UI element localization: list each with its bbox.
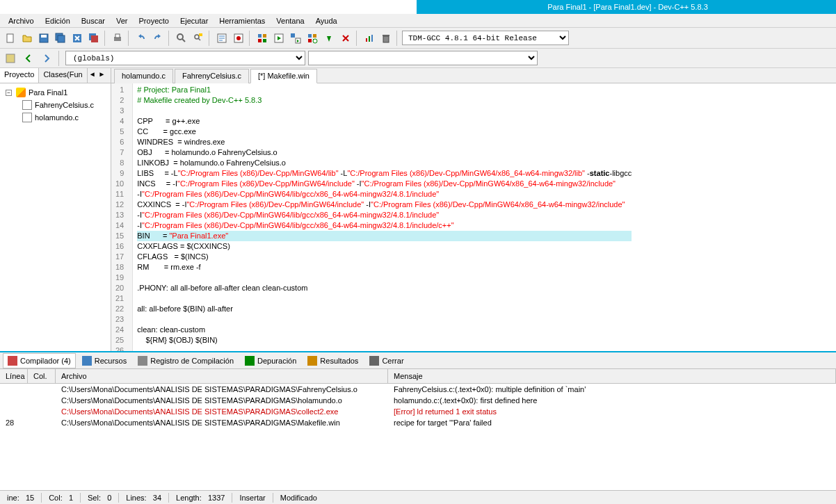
compile-button[interactable] — [255, 31, 270, 46]
sidebar-tab-clases[interactable]: Clases(Fun — [39, 68, 87, 83]
output-row[interactable]: C:\Users\Mona\Documents\ANALISIS DE SIST… — [0, 395, 836, 406]
header-line[interactable]: Línea — [0, 369, 28, 383]
bottom-tab[interactable]: Compilador (4) — [3, 353, 76, 368]
clean-button[interactable] — [378, 31, 394, 46]
status-modified: Modificado — [276, 494, 321, 502]
profile-button[interactable] — [362, 31, 377, 46]
new-file-button[interactable] — [3, 31, 18, 46]
tab-icon — [138, 356, 147, 366]
sidebar-nav-right[interactable]: ► — [97, 68, 107, 83]
redo-button[interactable] — [150, 31, 166, 46]
save-all-button[interactable] — [53, 31, 68, 46]
window-titlebar: Para Final1 - [Para Final1.dev] - Dev-C+… — [0, 0, 836, 14]
svg-point-10 — [177, 34, 183, 40]
code-content[interactable]: # Project: Para Final1# Makefile created… — [133, 83, 636, 351]
editor-tab[interactable]: [*] Makefile.win — [250, 69, 317, 83]
replace-button[interactable] — [191, 31, 206, 46]
file-label: holamundo.c — [35, 113, 79, 122]
svg-rect-21 — [291, 33, 295, 38]
editor-area: holamundo.cFahrenyCelsius.c[*] Makefile.… — [111, 68, 836, 351]
bottom-tab[interactable]: Registro de Compilación — [133, 353, 239, 368]
run-button[interactable] — [271, 31, 287, 46]
nav-forward-button[interactable] — [39, 51, 54, 66]
output-row[interactable]: C:\Users\Mona\Documents\ANALISIS DE SIST… — [0, 406, 836, 417]
members-select[interactable] — [308, 51, 538, 65]
line-gutter: 1234567891011121314151617181920212223242… — [111, 83, 133, 351]
goto-button[interactable] — [214, 31, 230, 46]
menu-ejecutar[interactable]: Ejecutar — [175, 15, 214, 26]
editor-tab[interactable]: holamundo.c — [114, 69, 173, 83]
rebuild-button[interactable] — [305, 31, 320, 46]
stop-button[interactable] — [338, 31, 353, 46]
collapse-icon[interactable]: − — [6, 90, 12, 96]
menubar: ArchivoEdiciónBuscarVerProyectoEjecutarH… — [0, 14, 836, 28]
bottom-tab[interactable]: Recursos — [77, 353, 131, 368]
bottom-tab[interactable]: Depuración — [240, 353, 301, 368]
status-insert: Insertar — [235, 494, 269, 502]
open-button[interactable] — [19, 31, 35, 46]
svg-rect-29 — [369, 36, 370, 42]
debug-button[interactable] — [321, 31, 337, 46]
statusbar: ine: 15 Col: 1 Sel: 0 Lines: 34 Length: … — [0, 490, 836, 504]
toolbar-main: TDM-GCC 4.8.1 64-bit Release — [0, 28, 836, 49]
svg-rect-0 — [7, 34, 13, 42]
menu-proyecto[interactable]: Proyecto — [134, 15, 175, 26]
svg-rect-7 — [91, 35, 98, 42]
compiler-select[interactable]: TDM-GCC 4.8.1 64-bit Release — [402, 31, 569, 45]
menu-ventana[interactable]: Ventana — [271, 15, 310, 26]
editor-tab[interactable]: FahrenyCelsius.c — [175, 69, 249, 83]
menu-herramientas[interactable]: Herramientas — [214, 15, 271, 26]
tab-icon — [245, 356, 255, 366]
sidebar-tab-proyecto[interactable]: Proyecto — [0, 68, 39, 83]
app-icon — [0, 0, 417, 14]
header-file[interactable]: Archivo — [56, 369, 388, 383]
tree-file[interactable]: FahrenyCelsius.c — [3, 99, 108, 111]
bottom-tab[interactable]: Cerrar — [364, 353, 408, 368]
menu-buscar[interactable]: Buscar — [76, 15, 111, 26]
svg-rect-33 — [6, 54, 15, 63]
svg-rect-31 — [383, 36, 389, 42]
output-header: Línea Col. Archivo Mensaje — [0, 369, 836, 384]
project-name-label: Para Final1 — [29, 88, 67, 97]
bottom-tab[interactable]: Resultados — [303, 353, 363, 368]
menu-edición[interactable]: Edición — [40, 15, 76, 26]
close-all-button[interactable] — [86, 31, 102, 46]
sidebar-nav-left[interactable]: ◄ — [88, 68, 97, 83]
file-icon — [22, 113, 32, 122]
status-col: Col: 1 — [45, 494, 77, 502]
svg-rect-28 — [366, 38, 367, 42]
save-button[interactable] — [36, 31, 51, 46]
globals-select[interactable]: (globals) — [65, 51, 305, 65]
svg-rect-2 — [41, 35, 47, 38]
tab-label: Compilador (4) — [20, 357, 71, 365]
menu-ver[interactable]: Ver — [111, 15, 134, 26]
bookmark-button[interactable] — [231, 31, 246, 46]
output-row[interactable]: C:\Users\Mona\Documents\ANALISIS DE SIST… — [0, 384, 836, 395]
close-button[interactable] — [70, 31, 85, 46]
status-length: Length: 1337 — [172, 494, 229, 502]
file-icon — [22, 100, 32, 110]
svg-rect-19 — [263, 39, 266, 42]
print-button[interactable] — [110, 31, 125, 46]
menu-ayuda[interactable]: Ayuda — [310, 15, 343, 26]
find-button[interactable] — [174, 31, 189, 46]
tab-label: Registro de Compilación — [150, 357, 234, 365]
compile-run-button[interactable] — [288, 31, 303, 46]
header-msg[interactable]: Mensaje — [388, 369, 836, 383]
svg-rect-30 — [371, 35, 373, 42]
main-area: Proyecto Clases(Fun ◄ ► − Para Final1 Fa… — [0, 68, 836, 351]
undo-button[interactable] — [134, 31, 149, 46]
tree-file[interactable]: holamundo.c — [3, 111, 108, 124]
svg-rect-18 — [258, 39, 262, 42]
project-root[interactable]: − Para Final1 — [3, 86, 108, 99]
svg-point-27 — [313, 39, 317, 43]
code-editor[interactable]: 1234567891011121314151617181920212223242… — [111, 83, 836, 351]
sidebar-tabs: Proyecto Clases(Fun ◄ ► — [0, 68, 111, 83]
menu-archivo[interactable]: Archivo — [3, 15, 40, 26]
tab-label: Cerrar — [382, 357, 403, 365]
header-col[interactable]: Col. — [28, 369, 56, 383]
output-row[interactable]: 28C:\Users\Mona\Documents\ANALISIS DE SI… — [0, 417, 836, 428]
nav-back-button[interactable] — [21, 51, 36, 66]
svg-rect-32 — [383, 35, 389, 36]
new-class-button[interactable] — [3, 51, 18, 66]
